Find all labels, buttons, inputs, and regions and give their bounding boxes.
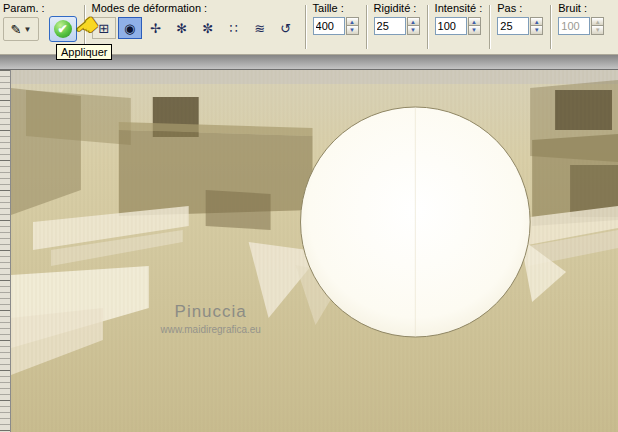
apply-tooltip: Appliquer	[56, 44, 112, 60]
step-spin-up-button[interactable]: ▲	[530, 17, 543, 26]
noise-spin-down-button: ▼	[591, 26, 604, 35]
noise-field-group: Bruit : ▲ ▼	[558, 2, 604, 35]
strength-field-label: Intensité :	[435, 2, 483, 14]
toolbar-separator	[550, 5, 551, 49]
hardness-spinner: ▲ ▼	[407, 17, 420, 35]
toolbar-separator	[305, 5, 306, 49]
mode-iron-out-button[interactable]: ≋	[248, 17, 272, 39]
hardness-field-label: Rigidité :	[374, 2, 420, 14]
noise-spin-up-button: ▲	[591, 17, 604, 26]
step-field-label: Pas :	[497, 2, 543, 14]
toolbar-separator	[84, 5, 85, 49]
preset-group: Param. : ✎ ▼	[3, 2, 45, 41]
preset-group-label: Param. :	[3, 2, 45, 14]
abstract-artwork: Pinuccia www.maidiregrafica.eu	[11, 70, 618, 432]
mode-contract-button[interactable]: ✢	[144, 17, 168, 39]
mode-noise-button[interactable]: ∷	[222, 17, 246, 39]
apply-button[interactable]: ✔	[49, 16, 77, 42]
noise-input	[558, 17, 590, 35]
mode-left-twirl-button[interactable]: ✼	[196, 17, 220, 39]
strength-spin-up-button[interactable]: ▲	[468, 17, 481, 26]
hardness-field-group: Rigidité : ▲ ▼	[374, 2, 420, 35]
mode-expand-button[interactable]: ◉	[118, 17, 142, 39]
mode-push-button[interactable]: ⊞	[92, 17, 116, 39]
size-spin-down-button[interactable]: ▼	[346, 26, 359, 35]
noise-spinner: ▲ ▼	[591, 17, 604, 35]
app-window: Param. : ✎ ▼ ✔ Modes de déformation : ⊞ …	[0, 0, 618, 432]
toolbar-separator	[366, 5, 367, 49]
strength-spinner: ▲ ▼	[468, 17, 481, 35]
apply-check-icon: ✔	[54, 20, 72, 38]
noise-field-label: Bruit :	[558, 2, 604, 14]
step-input[interactable]	[497, 17, 529, 35]
dropdown-caret-icon: ▼	[23, 25, 31, 34]
step-field-group: Pas : ▲ ▼	[497, 2, 543, 35]
toolbar-separator	[427, 5, 428, 49]
deformation-modes-label: Modes de déformation :	[92, 2, 298, 14]
size-spin-up-button[interactable]: ▲	[346, 17, 359, 26]
size-input[interactable]	[313, 17, 345, 35]
mode-right-twirl-button[interactable]: ✻	[170, 17, 194, 39]
vertical-ruler	[0, 70, 11, 432]
watermark-name: Pinuccia	[175, 302, 247, 321]
hardness-spin-up-button[interactable]: ▲	[407, 17, 420, 26]
size-spinner: ▲ ▼	[346, 17, 359, 35]
toolbar-separator	[489, 5, 490, 49]
canvas-image[interactable]: Pinuccia www.maidiregrafica.eu	[11, 70, 618, 432]
preset-dropdown-button[interactable]: ✎ ▼	[3, 17, 39, 41]
strength-input[interactable]	[435, 17, 467, 35]
size-field-group: Taille : ▲ ▼	[313, 2, 359, 35]
deformation-modes-group: Modes de déformation : ⊞ ◉ ✢ ✻ ✼ ∷ ≋ ↺	[92, 2, 298, 39]
watermark-url: www.maidiregrafica.eu	[159, 324, 260, 335]
workspace: Pinuccia www.maidiregrafica.eu	[0, 70, 618, 432]
strength-spin-down-button[interactable]: ▼	[468, 26, 481, 35]
strength-field-group: Intensité : ▲ ▼	[435, 2, 483, 35]
size-field-label: Taille :	[313, 2, 359, 14]
deformation-modes-buttons: ⊞ ◉ ✢ ✻ ✼ ∷ ≋ ↺	[92, 17, 298, 39]
step-spinner: ▲ ▼	[530, 17, 543, 35]
mode-unwarp-button[interactable]: ↺	[274, 17, 298, 39]
preset-pen-icon: ✎	[11, 22, 22, 37]
hardness-input[interactable]	[374, 17, 406, 35]
step-spin-down-button[interactable]: ▼	[530, 26, 543, 35]
hardness-spin-down-button[interactable]: ▼	[407, 26, 420, 35]
